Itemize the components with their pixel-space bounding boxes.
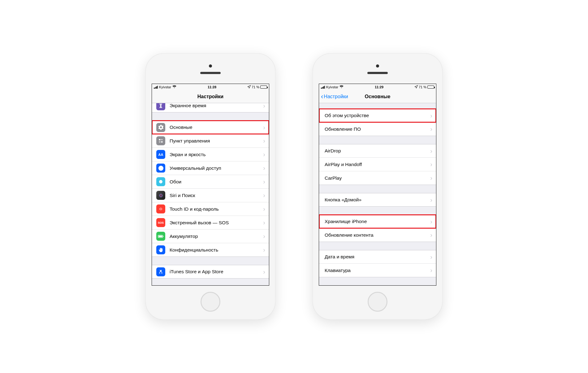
iphone-right: Kyivstar 11:29 71 % ‹ Настройки Основные (313, 53, 443, 320)
row-label: CarPlay (325, 175, 430, 181)
location-icon (415, 85, 418, 89)
chevron-right-icon: › (263, 151, 265, 158)
chevron-right-icon: › (263, 165, 265, 172)
row-iphone-storage[interactable]: Хранилище iPhone › (319, 215, 436, 228)
row-control-center[interactable]: Пункт управления › (152, 134, 269, 148)
row-label: Об этом устройстве (325, 113, 430, 118)
row-label: Аккумулятор (170, 234, 263, 239)
battery-percent: 71 % (419, 85, 426, 89)
signal-icon (321, 86, 325, 89)
front-camera (209, 64, 212, 68)
home-button-physical[interactable] (201, 292, 220, 312)
chevron-right-icon: › (430, 161, 432, 168)
chevron-right-icon: › (263, 192, 265, 199)
row-label: Конфиденциальность (170, 247, 263, 253)
chevron-right-icon: › (263, 246, 265, 253)
row-label: Обои (170, 179, 263, 185)
svg-point-11 (160, 195, 162, 196)
row-airdrop[interactable]: AirDrop › (319, 144, 436, 158)
row-carplay[interactable]: CarPlay › (319, 171, 436, 185)
battery-icon (427, 86, 434, 89)
settings-list[interactable]: Экранное время › Основные › (152, 103, 269, 285)
home-button-physical[interactable] (368, 292, 387, 312)
row-label: Экстренный вызов — SOS (170, 220, 263, 226)
nav-bar: Настройки (152, 90, 269, 103)
row-sos[interactable]: SOS Экстренный вызов — SOS › (152, 216, 269, 230)
back-label: Настройки (324, 94, 348, 99)
siri-icon (156, 191, 165, 200)
svg-point-5 (160, 166, 161, 167)
row-wallpaper[interactable]: Обои › (152, 175, 269, 189)
battery-icon (260, 86, 267, 89)
privacy-hand-icon (156, 245, 165, 254)
svg-rect-16 (161, 273, 162, 273)
chevron-left-icon: ‹ (321, 93, 323, 100)
wallpaper-icon (156, 177, 165, 186)
chevron-right-icon: › (430, 147, 432, 155)
chevron-right-icon: › (263, 219, 265, 226)
row-display[interactable]: AA Экран и яркость › (152, 148, 269, 161)
chevron-right-icon: › (430, 231, 432, 239)
row-battery[interactable]: Аккумулятор › (152, 230, 269, 243)
svg-rect-0 (159, 139, 161, 140)
chevron-right-icon: › (430, 196, 432, 204)
row-label: Универсальный доступ (170, 165, 263, 171)
clock: 11:29 (375, 85, 383, 89)
status-bar: Kyivstar 11:28 71 % (152, 84, 269, 90)
row-home-button[interactable]: Кнопка «Домой» › (319, 193, 436, 207)
svg-rect-2 (159, 141, 161, 143)
row-screen-time[interactable]: Экранное время › (152, 103, 269, 112)
row-software-update[interactable]: Обновление ПО › (319, 122, 436, 136)
row-general[interactable]: Основные › (152, 121, 269, 134)
chevron-right-icon: › (430, 174, 432, 182)
chevron-right-icon: › (430, 267, 432, 274)
row-touchid[interactable]: Touch ID и код-пароль › (152, 202, 269, 216)
svg-rect-1 (161, 139, 163, 140)
screen-time-icon (156, 103, 165, 110)
row-background-refresh[interactable]: Обновление контента › (319, 228, 436, 242)
svg-rect-14 (163, 236, 164, 237)
row-label: Экранное время (170, 103, 263, 108)
screen: Kyivstar 11:28 71 % Настройки (152, 84, 269, 286)
iphone-left: Kyivstar 11:28 71 % Настройки (145, 53, 275, 320)
clock: 11:28 (208, 85, 216, 89)
gear-icon (156, 123, 165, 132)
speaker (200, 72, 221, 74)
status-bar: Kyivstar 11:29 71 % (319, 84, 436, 90)
row-airplay[interactable]: AirPlay и Handoff › (319, 158, 436, 171)
battery-percent: 71 % (252, 85, 259, 89)
row-label: iTunes Store и App Store (170, 269, 263, 274)
signal-icon (154, 86, 158, 89)
accessibility-icon (156, 164, 165, 173)
row-accessibility[interactable]: Универсальный доступ › (152, 161, 269, 175)
row-privacy[interactable]: Конфиденциальность › (152, 243, 269, 257)
row-siri[interactable]: Siri и Поиск › (152, 189, 269, 202)
wifi-icon (339, 85, 344, 89)
row-label: Клавиатура (325, 268, 430, 273)
location-icon (248, 85, 251, 89)
chevron-right-icon: › (263, 178, 265, 185)
chevron-right-icon: › (263, 233, 265, 240)
row-label: Основные (170, 125, 263, 130)
row-label: Обновление контента (325, 232, 430, 238)
screen: Kyivstar 11:29 71 % ‹ Настройки Основные (319, 84, 436, 286)
nav-bar: ‹ Настройки Основные (319, 90, 436, 103)
row-label: Touch ID и код-пароль (170, 206, 263, 212)
chevron-right-icon: › (263, 205, 265, 213)
row-keyboard[interactable]: Клавиатура › (319, 264, 436, 277)
back-button[interactable]: ‹ Настройки (321, 90, 348, 103)
row-about[interactable]: Об этом устройстве › (319, 109, 436, 122)
chevron-right-icon: › (263, 268, 265, 275)
row-date-time[interactable]: Дата и время › (319, 250, 436, 264)
control-center-icon (156, 136, 165, 145)
chevron-right-icon: › (430, 253, 432, 261)
row-label: Дата и время (325, 254, 430, 260)
appstore-icon (156, 267, 165, 276)
row-label: AirPlay и Handoff (325, 162, 430, 167)
row-itunes[interactable]: iTunes Store и App Store › (152, 265, 269, 279)
page-title: Основные (365, 94, 391, 99)
chevron-right-icon: › (430, 125, 432, 133)
chevron-right-icon: › (430, 218, 432, 225)
svg-rect-13 (158, 235, 162, 237)
general-list[interactable]: Об этом устройстве › Обновление ПО › Air… (319, 103, 436, 285)
